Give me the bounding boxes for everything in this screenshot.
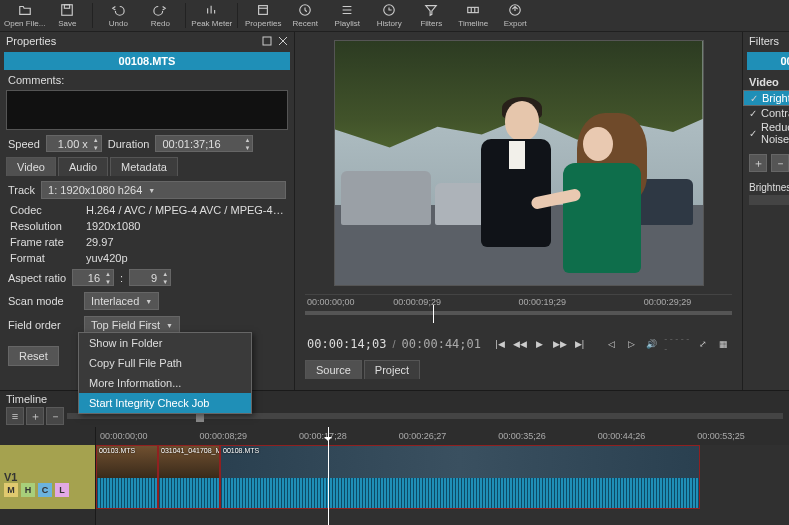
playlist-button[interactable]: Playlist [327, 0, 367, 31]
lock-toggle[interactable]: L [55, 483, 69, 497]
filter-item-reduce-noise[interactable]: ✓Reduce Noise [749, 120, 789, 146]
timeline-title: Timeline [6, 393, 47, 405]
filters-button[interactable]: Filters [411, 0, 451, 31]
timecode-total: 00:00:44;01 [402, 337, 481, 351]
skip-start-icon[interactable]: |◀ [493, 336, 507, 352]
skip-end-icon[interactable]: ▶| [573, 336, 587, 352]
timeline-menu-button[interactable]: ≡ [6, 407, 24, 425]
properties-button[interactable]: Properties [243, 0, 283, 31]
scan-mode-select[interactable]: Interlaced▼ [84, 292, 159, 310]
rewind-icon[interactable]: ◀◀ [513, 336, 527, 352]
scan-mode-label: Scan mode [8, 295, 78, 307]
scrub-bar[interactable]: 00:00:00;00 00:00:09;29 00:00:19;29 00:0… [305, 294, 732, 330]
aspect-w-stepper[interactable]: ▲▼ [72, 269, 114, 286]
filter-item-brightness[interactable]: ✓Brightness [743, 90, 789, 106]
menu-integrity-check[interactable]: Start Integrity Check Job [79, 393, 251, 413]
close-icon[interactable] [278, 36, 288, 46]
resolution-key: Resolution [10, 220, 86, 232]
toolbar-separator [237, 3, 238, 28]
comments-label: Comments: [0, 72, 294, 88]
composite-toggle[interactable]: C [38, 483, 52, 497]
filter-item-contrast[interactable]: ✓Contrast [749, 106, 789, 120]
remove-filter-button[interactable]: － [771, 154, 789, 172]
scrub-playhead[interactable] [433, 305, 434, 323]
svg-rect-0 [62, 5, 73, 16]
format-value: yuv420p [86, 252, 284, 264]
menu-copy-path[interactable]: Copy Full File Path [79, 353, 251, 373]
next-frame-icon[interactable]: ▷ [625, 336, 639, 352]
context-menu: Show in Folder Copy Full File Path More … [78, 332, 252, 414]
track-label: V1 [4, 471, 91, 483]
track-label: Track [8, 184, 35, 196]
open-file-button[interactable]: Open File... [4, 0, 45, 31]
prev-frame-icon[interactable]: ◁ [605, 336, 619, 352]
duration-label: Duration [108, 138, 150, 150]
main-toolbar: Open File... Save Undo Redo Peak Meter P… [0, 0, 789, 32]
preview-panel: 00:00:00;00 00:00:09;29 00:00:19;29 00:0… [295, 32, 742, 390]
check-icon: ✓ [750, 93, 758, 104]
tab-source[interactable]: Source [305, 360, 362, 379]
undo-label: Undo [109, 19, 128, 28]
framerate-value: 29.97 [86, 236, 284, 248]
timeline-label: Timeline [458, 19, 488, 28]
properties-label: Properties [245, 19, 281, 28]
undo-button[interactable]: Undo [98, 0, 138, 31]
check-icon: ✓ [749, 108, 757, 119]
timeline-add-button[interactable]: ＋ [26, 407, 44, 425]
track-select[interactable]: 1: 1920x1080 h264▼ [41, 181, 286, 199]
comments-input[interactable] [6, 90, 288, 130]
filters-panel: Filters 00108 Video ✓Brightness ✓Contras… [742, 32, 789, 390]
tab-project[interactable]: Project [364, 360, 420, 379]
duration-stepper[interactable]: ▲▼ [155, 135, 253, 152]
track-header-v1[interactable]: V1 [0, 445, 95, 509]
tab-video[interactable]: Video [6, 157, 56, 176]
reset-button[interactable]: Reset [8, 346, 59, 366]
peak-meter-button[interactable]: Peak Meter [191, 0, 232, 31]
tab-audio[interactable]: Audio [58, 157, 108, 176]
save-button[interactable]: Save [47, 0, 87, 31]
timeline-button[interactable]: Timeline [453, 0, 493, 31]
timeline-ruler[interactable]: 00:00:00;00 00:00:08;29 00:00:17;28 00:0… [96, 427, 789, 445]
check-icon: ✓ [749, 128, 757, 139]
timeline-clip[interactable]: 00108.MTS [220, 445, 700, 509]
export-button[interactable]: Export [495, 0, 535, 31]
svg-rect-1 [65, 5, 70, 9]
aspect-h-stepper[interactable]: ▲▼ [129, 269, 171, 286]
timeline-clip[interactable]: 031041_041708_MC13.MXF [158, 445, 220, 509]
history-label: History [377, 19, 402, 28]
timeline-remove-button[interactable]: － [46, 407, 64, 425]
redo-button[interactable]: Redo [140, 0, 180, 31]
play-icon[interactable]: ▶ [533, 336, 547, 352]
speed-stepper[interactable]: ▲▼ [46, 135, 102, 152]
add-filter-button[interactable]: ＋ [749, 154, 767, 172]
volume-icon[interactable]: 🔊 [645, 336, 659, 352]
timeline-clip[interactable]: 00103.MTS [96, 445, 158, 509]
fast-forward-icon[interactable]: ▶▶ [553, 336, 567, 352]
brightness-param-label: Brightness [743, 178, 789, 193]
timeline-playhead[interactable] [328, 427, 329, 525]
timecode-current[interactable]: 00:00:14;03 [307, 337, 386, 351]
filters-clip-bar: 00108 [747, 52, 789, 70]
clip-name-bar: 00108.MTS [4, 52, 290, 70]
timeline-tracks-area[interactable]: 00:00:00;00 00:00:08;29 00:00:17;28 00:0… [96, 427, 789, 525]
hide-toggle[interactable]: H [21, 483, 35, 497]
tab-metadata[interactable]: Metadata [110, 157, 178, 176]
resolution-value: 1920x1080 [86, 220, 284, 232]
menu-show-in-folder[interactable]: Show in Folder [79, 333, 251, 353]
undock-icon[interactable] [262, 36, 272, 46]
export-label: Export [504, 19, 527, 28]
recent-button[interactable]: Recent [285, 0, 325, 31]
peak-meter-label: Peak Meter [191, 19, 232, 28]
framerate-key: Frame rate [10, 236, 86, 248]
svg-rect-2 [259, 6, 268, 15]
history-button[interactable]: History [369, 0, 409, 31]
codec-key: Codec [10, 204, 86, 216]
mute-toggle[interactable]: M [4, 483, 18, 497]
video-preview[interactable] [334, 40, 704, 286]
properties-title: Properties [6, 35, 56, 47]
grid-icon[interactable]: ▦ [716, 336, 730, 352]
brightness-slider[interactable] [749, 195, 789, 205]
zoom-fit-icon[interactable]: ⤢ [697, 336, 711, 352]
playlist-label: Playlist [335, 19, 360, 28]
menu-more-info[interactable]: More Information... [79, 373, 251, 393]
